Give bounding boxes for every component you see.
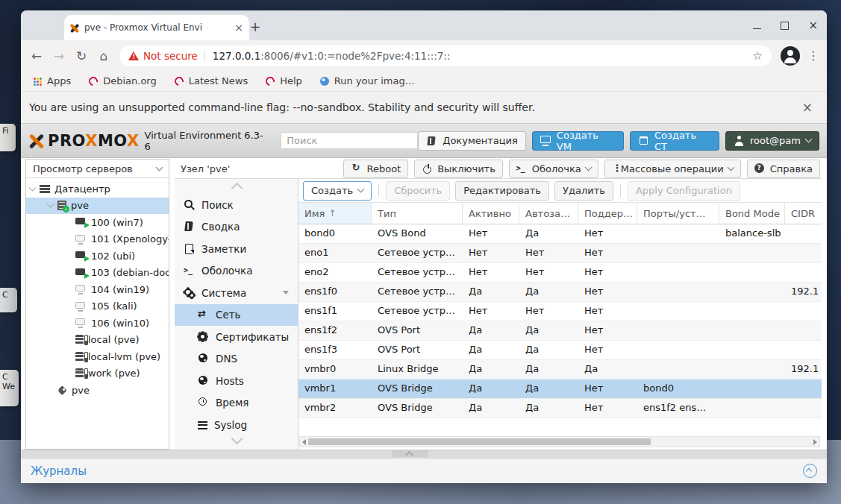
table-row[interactable]: vmbr1OVS BridgeДаДаНетbond0 [298,379,822,399]
menu-item[interactable]: Сводка [175,216,298,239]
scroll-right-icon[interactable] [813,439,817,445]
tree-item[interactable]: 100 (win7) [26,214,169,231]
table-toolbar-button[interactable]: Удалить [554,181,613,201]
scroll-up-icon[interactable] [231,183,243,195]
tree-item[interactable]: 102 (ubi) [26,248,169,265]
menu-item[interactable]: Поиск [175,194,298,216]
column-header[interactable]: Активно [463,203,519,224]
tree-item[interactable]: local-lvm (pve) [26,348,169,365]
menu-item[interactable]: Оболочка [175,260,298,283]
table-cell: OVS Bridge [372,399,463,418]
tree-item[interactable]: pve [26,198,169,215]
panel-splitter[interactable] [21,450,827,458]
horizontal-scrollbar[interactable] [299,436,820,447]
header-button[interactable]: Создать CT [630,131,719,151]
node-button[interactable]: Массовые операции [604,160,741,178]
table-cell: vmbr2 [298,399,372,418]
globe-icon [198,376,209,386]
logs-title[interactable]: Журналы [31,464,87,478]
banner-close-icon[interactable]: × [796,100,819,115]
tree-item[interactable]: 103 (debian-dock) [26,265,169,282]
bookmark-star-icon[interactable]: ☆ [753,49,763,63]
tree-item[interactable]: 104 (win19) [26,281,169,298]
menu-items: Поиск Сводка [175,194,298,436]
profile-avatar[interactable] [781,46,800,66]
tree-item[interactable]: pve [26,382,169,399]
table-row[interactable]: vmbr2OVS BridgeДаДаНетens1f2 ens… [298,399,822,418]
menu-item[interactable]: Сеть [175,304,298,327]
header-button[interactable]: Документация [418,131,526,151]
list-icon [198,421,207,429]
table-toolbar-button[interactable]: Создать [303,181,372,201]
header-button[interactable]: Создать VM [532,131,624,151]
scrollbar-thumb[interactable] [308,438,651,445]
column-header[interactable]: Автоза… [519,203,578,224]
search-input[interactable] [281,132,418,149]
table-row[interactable]: ens1f0Сетевое устр…ДаДаНет192.1 [298,283,822,302]
bookmark-item[interactable]: Run your imag… [320,75,415,86]
node-button[interactable]: Справка [747,160,820,178]
splitter-handle[interactable] [392,450,428,457]
column-header[interactable]: Имя↑ [298,203,372,224]
maximize-button[interactable] [781,22,789,30]
bookmark-item[interactable]: Help [266,75,302,86]
table-row[interactable]: eno2Сетевое устр…НетНетНет [298,263,822,283]
help-icon [754,163,766,174]
table-row[interactable]: ens1f2OVS PortДаДаНет [298,321,822,341]
tree-item[interactable]: 101 (Xpenology-Ds36 [26,231,169,248]
security-status[interactable]: Not secure [143,50,198,62]
collapse-panel-icon[interactable] [803,464,817,478]
address-bar[interactable]: ! Not secure 127.0.0.1:8006/#v1:0:=node%… [119,45,772,66]
menu-item[interactable]: Сертификаты [175,326,298,348]
table-cell [785,224,822,243]
forward-icon[interactable]: → [48,48,70,63]
tree-item[interactable]: 106 (win10) [26,315,169,332]
table-toolbar-button[interactable]: Apply Configuration [628,181,740,201]
column-header[interactable]: Поддер… [578,203,637,224]
close-button[interactable]: × [808,18,818,33]
menu-item[interactable]: Система [175,282,298,304]
node-button[interactable]: Reboot [343,160,408,178]
bookmark-item[interactable]: Debian.org [89,75,157,86]
tab-close-icon[interactable]: × [234,22,243,34]
home-icon[interactable]: ⌂ [93,48,115,63]
header-button[interactable]: root@pam [725,131,819,151]
tree-item[interactable]: Датацентр [26,180,169,198]
tree-item[interactable]: 105 (kali) [26,298,169,315]
column-header[interactable]: Bond Mode [719,203,785,224]
table-row[interactable]: ens1f3OVS PortДаДаНет [298,341,822,360]
view-selector[interactable]: Просмотр серверов [26,160,169,178]
back-icon[interactable]: ← [25,48,48,63]
caret-down-icon [584,163,592,171]
table-cell: Нет [578,224,637,243]
bookmark-item[interactable]: Latest News [175,75,248,86]
table-row[interactable]: vmbr0Linux BridgeДаДаДа192.1 [298,360,822,379]
menu-item[interactable]: DNS [175,348,298,371]
table-cell: ens1f2 ens… [637,399,719,418]
menu-item[interactable]: Заметки [175,238,298,260]
column-header[interactable]: Порты/уст… [637,203,719,224]
node-button[interactable]: Выключить [414,160,503,178]
scroll-left-icon[interactable] [302,439,306,445]
new-tab-button[interactable]: + [246,18,264,36]
tree-item[interactable]: local (pve) [26,332,169,349]
menu-item[interactable]: Время [175,392,298,415]
reload-icon[interactable]: ↻ [70,48,93,63]
minimize-button[interactable] [753,28,761,30]
table-toolbar-button[interactable]: Сбросить [386,181,450,201]
table-toolbar-button[interactable]: Редактировать [455,181,549,201]
menu-item[interactable]: Hosts [175,370,298,392]
bookmark-item[interactable]: Apps [33,75,71,86]
tree-item[interactable]: work (pve) [26,365,169,382]
column-header[interactable]: Тип [372,203,463,224]
table-row[interactable]: eno1Сетевое устр…НетНетНет [298,244,822,263]
browser-menu-icon[interactable]: ⋮ [804,48,822,63]
table-cell: 192.1 [785,283,822,301]
node-button[interactable]: Оболочка [509,160,598,178]
column-header[interactable]: CIDR [785,203,822,224]
browser-tab[interactable]: pve - Proxmox Virtual Envi × [64,15,249,40]
expand-caret-icon[interactable] [46,201,54,208]
table-row[interactable]: bond0OVS BondНетДаНетbalance-slb [298,224,822,244]
expand-caret-icon[interactable] [28,183,36,191]
table-row[interactable]: ens1f1Сетевое устр…НетНетНет [298,302,822,321]
